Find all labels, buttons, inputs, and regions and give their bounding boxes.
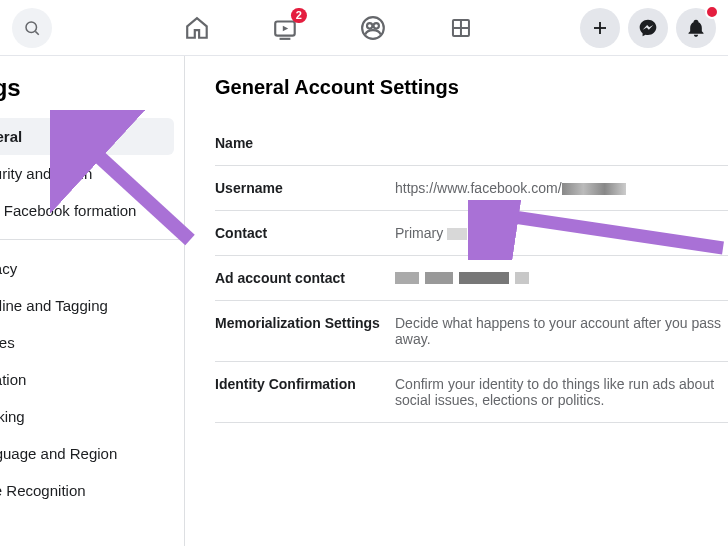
layout: ngs eneral ecurity and Login our Faceboo…: [0, 56, 728, 546]
nav-groups[interactable]: [359, 14, 387, 42]
sidebar-item-blocking[interactable]: locking: [0, 398, 184, 435]
row-name[interactable]: Name: [215, 121, 728, 166]
row-value-identity: Confirm your identity to do things like …: [395, 376, 728, 408]
sidebar-item-security[interactable]: ecurity and Login: [0, 155, 184, 192]
notifications-badge: [705, 5, 719, 19]
row-label-username: Username: [215, 180, 395, 196]
messenger-icon: [638, 18, 658, 38]
create-button[interactable]: [580, 8, 620, 48]
svg-point-6: [374, 23, 379, 28]
sidebar: ngs eneral ecurity and Login our Faceboo…: [0, 56, 185, 546]
notifications-button[interactable]: [676, 8, 716, 48]
redacted-block: [395, 272, 419, 284]
redacted-block: [515, 272, 529, 284]
svg-point-4: [362, 17, 384, 39]
bell-icon: [686, 18, 706, 38]
sidebar-item-language[interactable]: anguage and Region: [0, 435, 184, 472]
sidebar-item-timeline[interactable]: meline and Tagging: [0, 287, 184, 324]
main-content: General Account Settings Name Username h…: [185, 56, 728, 546]
sidebar-item-stories[interactable]: tories: [0, 324, 184, 361]
svg-line-1: [35, 31, 38, 34]
topbar: 2: [0, 0, 728, 56]
nav-gaming[interactable]: [447, 14, 475, 42]
row-label-name: Name: [215, 135, 395, 151]
sidebar-item-facebook-info[interactable]: our Facebook formation: [0, 192, 184, 229]
redacted-username: [562, 183, 626, 195]
sidebar-item-general[interactable]: eneral: [0, 118, 174, 155]
row-identity[interactable]: Identity Confirmation Confirm your ident…: [215, 362, 728, 423]
sidebar-title: ngs: [0, 74, 184, 102]
row-username[interactable]: Username https://www.facebook.com/: [215, 166, 728, 211]
row-label-ad-contact: Ad account contact: [215, 270, 395, 286]
plus-icon: [591, 19, 609, 37]
topbar-right: [580, 8, 716, 48]
sidebar-item-location[interactable]: ocation: [0, 361, 184, 398]
search-button[interactable]: [12, 8, 52, 48]
watch-badge: 2: [291, 8, 307, 23]
sidebar-divider: [0, 239, 184, 240]
redacted-block: [425, 272, 453, 284]
row-value-name: [395, 135, 728, 151]
row-contact[interactable]: Contact Primary: [215, 211, 728, 256]
sidebar-item-privacy[interactable]: rivacy: [0, 250, 184, 287]
nav-home[interactable]: [183, 14, 211, 42]
nav-watch[interactable]: 2: [271, 14, 299, 42]
sidebar-item-face-recognition[interactable]: ace Recognition: [0, 472, 184, 509]
svg-point-0: [26, 22, 37, 33]
redacted-contact: [447, 228, 467, 240]
row-label-contact: Contact: [215, 225, 395, 241]
gaming-icon: [449, 16, 473, 40]
row-label-identity: Identity Confirmation: [215, 376, 395, 408]
row-memorialization[interactable]: Memorialization Settings Decide what hap…: [215, 301, 728, 362]
svg-point-5: [367, 23, 372, 28]
row-value-ad-contact: [395, 270, 728, 286]
row-value-username: https://www.facebook.com/: [395, 180, 728, 196]
page-title: General Account Settings: [215, 76, 728, 99]
messenger-button[interactable]: [628, 8, 668, 48]
row-label-memorialization: Memorialization Settings: [215, 315, 395, 347]
row-ad-contact[interactable]: Ad account contact: [215, 256, 728, 301]
nav-center: 2: [183, 14, 475, 42]
row-value-contact: Primary: [395, 225, 728, 241]
row-value-memorialization: Decide what happens to your account afte…: [395, 315, 728, 347]
home-icon: [184, 15, 210, 41]
groups-icon: [360, 15, 386, 41]
redacted-block: [459, 272, 509, 284]
search-icon: [23, 19, 41, 37]
